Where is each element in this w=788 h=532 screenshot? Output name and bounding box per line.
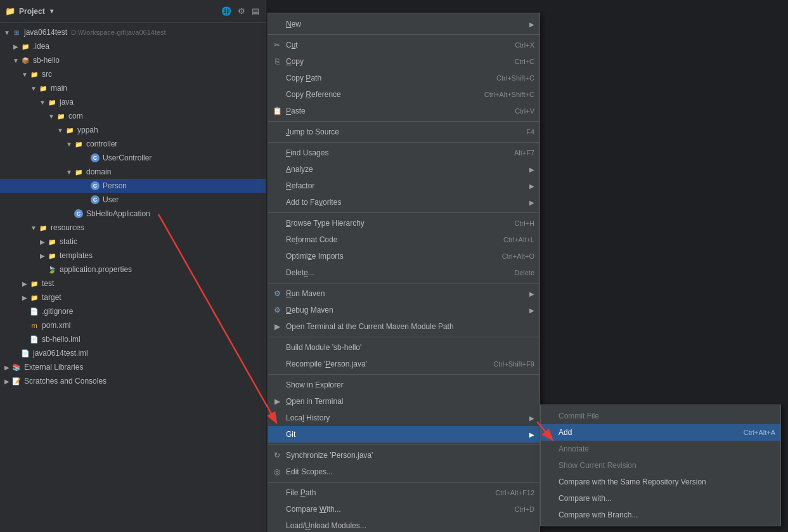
menu-item-new[interactable]: New ▶ (268, 16, 539, 32)
tree-expand-arrow[interactable]: ▶ (38, 252, 47, 259)
submenu-item-label: Annotate (559, 444, 775, 453)
tree-item[interactable]: ▶ 📁 test (0, 276, 266, 290)
tree-item-label: application.properties (60, 265, 132, 274)
tree-item[interactable]: ▼ 📁 domain (0, 165, 266, 179)
submenu-item-add[interactable]: Add Ctrl+Alt+A (541, 424, 780, 441)
tree-expand-arrow[interactable]: ▼ (29, 85, 38, 92)
tree-item[interactable]: ▶ 📚 External Libraries (0, 360, 266, 374)
tree-expand-arrow[interactable]: ▶ (3, 364, 11, 371)
menu-item-find-usages[interactable]: Find Usages Alt+F7 (268, 145, 539, 161)
tree-item-label: UserController (103, 153, 152, 162)
menu-item-browse-hierarchy[interactable]: Browse Type Hierarchy Ctrl+H (268, 215, 539, 231)
menu-item-label: Cut (286, 41, 502, 49)
menu-item-git[interactable]: Git ▶ (268, 426, 539, 443)
tree-item-label: target (42, 293, 61, 302)
submenu-item-compare-same-repo[interactable]: Compare with the Same Repository Version (541, 474, 780, 490)
settings-icon[interactable]: ⚙ (236, 5, 247, 17)
tree-expand-arrow[interactable]: ▼ (38, 99, 47, 106)
tree-item[interactable]: ▶ 📄 java0614test.iml (0, 346, 266, 360)
tree-item[interactable]: ▶ 📁 static (0, 235, 266, 249)
tree-item[interactable]: ▶ 📁 target (0, 290, 266, 304)
tree-expand-arrow[interactable]: ▼ (3, 29, 11, 36)
folder-icon: 📁 (38, 223, 48, 233)
tree-expand-arrow[interactable]: ▼ (65, 169, 74, 176)
menu-item-synchronize[interactable]: ↻ Synchronize 'Person.java' (268, 447, 539, 464)
menu-item-paste[interactable]: 📋 Paste Ctrl+V (268, 103, 539, 119)
menu-item-recompile[interactable]: Recompile 'Person.java' Ctrl+Shift+F9 (268, 356, 539, 372)
menu-item-jump-source[interactable]: Jump to Source F4 (268, 124, 539, 140)
globe-icon[interactable]: 🌐 (220, 5, 233, 17)
menu-separator (268, 121, 539, 122)
menu-item-analyze[interactable]: Analyze ▶ (268, 161, 539, 178)
submenu-item-compare-with[interactable]: Compare with... (541, 490, 780, 507)
tree-expand-arrow[interactable]: ▶ (20, 280, 29, 287)
folder-icon: 📁 (47, 97, 57, 107)
tree-expand-arrow[interactable]: ▶ (38, 238, 47, 245)
tree-expand-arrow[interactable]: ▶ (11, 43, 20, 50)
tree-expand-arrow[interactable]: ▼ (65, 141, 74, 148)
tree-expand-arrow[interactable]: ▼ (47, 113, 56, 120)
menu-item-delete[interactable]: Delete... Delete (268, 264, 539, 281)
tree-item-label: static (60, 237, 77, 246)
tree-item[interactable]: ▶ 🍃 application.properties (0, 263, 266, 276)
tree-expand-arrow[interactable]: ▼ (20, 71, 29, 78)
menu-item-label: Show in Explorer (286, 380, 534, 389)
menu-item-shortcut: Delete (514, 269, 534, 276)
panel-dropdown-arrow[interactable]: ▼ (49, 8, 55, 15)
menu-item-shortcut: Ctrl+Alt+F12 (495, 489, 534, 496)
submenu-item-shortcut: Ctrl+Alt+A (744, 429, 775, 436)
menu-item-compare-with[interactable]: Compare With... Ctrl+D (268, 501, 539, 517)
tree-item[interactable]: ▼ 📁 resources (0, 221, 266, 235)
tree-item[interactable]: ▶ 📝 Scratches and Consoles (0, 374, 266, 388)
menu-item-open-terminal[interactable]: ▶ Open in Terminal (268, 393, 539, 410)
menu-item-build-module[interactable]: Build Module 'sb-hello' (268, 339, 539, 356)
iml-icon: 📄 (29, 334, 39, 344)
terminal-icon: ▶ (272, 396, 282, 406)
tree-item-person[interactable]: ▶ C Person (0, 179, 266, 193)
tree-item[interactable]: ▶ m pom.xml (0, 318, 266, 332)
tree-item-templates[interactable]: ▶ 📁 templates (0, 249, 266, 263)
tree-expand-arrow[interactable]: ▶ (20, 294, 29, 301)
tree-item[interactable]: ▶ C User (0, 193, 266, 207)
menu-item-refactor[interactable]: Refactor ▶ (268, 178, 539, 194)
menu-item-copy-reference[interactable]: Copy Reference Ctrl+Alt+Shift+C (268, 86, 539, 103)
menu-item-reformat[interactable]: Reformat Code Ctrl+Alt+L (268, 231, 539, 248)
tree-item[interactable]: ▼ 📦 sb-hello (0, 53, 266, 67)
tree-item[interactable]: ▶ C SbHelloApplication (0, 207, 266, 221)
menu-item-show-explorer[interactable]: Show in Explorer (268, 377, 539, 393)
menu-item-run-maven[interactable]: ⚙ Run Maven ▶ (268, 285, 539, 302)
tree-item[interactable]: ▶ 📁 .idea (0, 39, 266, 53)
tree-item[interactable]: ▼ 📁 src (0, 67, 266, 81)
tree-expand-arrow[interactable]: ▼ (56, 127, 65, 134)
tree-item[interactable]: ▶ 📄 sb-hello.iml (0, 332, 266, 346)
tree-item[interactable]: ▼ 📁 com (0, 109, 266, 123)
tree-item[interactable]: ▼ 📁 controller (0, 137, 266, 151)
submenu-arrow: ▶ (529, 431, 534, 438)
tree-expand-arrow[interactable]: ▶ (3, 378, 11, 385)
menu-item-add-favorites[interactable]: Add to Favorites ▶ (268, 194, 539, 211)
submenu-item-compare-branch[interactable]: Compare with Branch... (541, 507, 780, 523)
tree-item[interactable]: ▼ ⊞ java0614test D:\Workspace-git\java06… (0, 25, 266, 39)
tree-item[interactable]: ▶ C UserController (0, 151, 266, 165)
tree-expand-arrow[interactable]: ▼ (29, 224, 38, 231)
menu-item-debug-maven[interactable]: ⚙ Debug Maven ▶ (268, 302, 539, 318)
tree-item[interactable]: ▼ 📁 yppah (0, 123, 266, 137)
menu-item-load-unload[interactable]: Load/Unload Modules... (268, 517, 539, 532)
menu-item-file-path[interactable]: File Path Ctrl+Alt+F12 (268, 484, 539, 501)
menu-item-edit-scopes[interactable]: ◎ Edit Scopes... (268, 464, 539, 480)
layout-icon[interactable]: ▤ (250, 5, 261, 17)
menu-item-label: Browse Type Hierarchy (286, 219, 502, 228)
menu-item-shortcut: Ctrl+Alt+O (502, 252, 534, 260)
menu-item-cut[interactable]: ✂ Cut Ctrl+X (268, 37, 539, 53)
tree-item[interactable]: ▼ 📁 java (0, 95, 266, 109)
menu-item-open-terminal-maven[interactable]: ▶ Open Terminal at the Current Maven Mod… (268, 318, 539, 335)
menu-item-copy-path[interactable]: Copy Path Ctrl+Shift+C (268, 70, 539, 86)
tree-item[interactable]: ▼ 📁 main (0, 81, 266, 95)
tree-item[interactable]: ▶ 📄 .gitignore (0, 304, 266, 318)
tree-item-label: External Libraries (24, 363, 83, 372)
tree-expand-arrow[interactable]: ▼ (11, 57, 20, 64)
menu-item-local-history[interactable]: Local History ▶ (268, 410, 539, 426)
menu-item-optimize-imports[interactable]: Optimize Imports Ctrl+Alt+O (268, 248, 539, 264)
folder-icon: 📁 (56, 111, 66, 121)
menu-item-copy[interactable]: ⎘ Copy Ctrl+C (268, 53, 539, 70)
